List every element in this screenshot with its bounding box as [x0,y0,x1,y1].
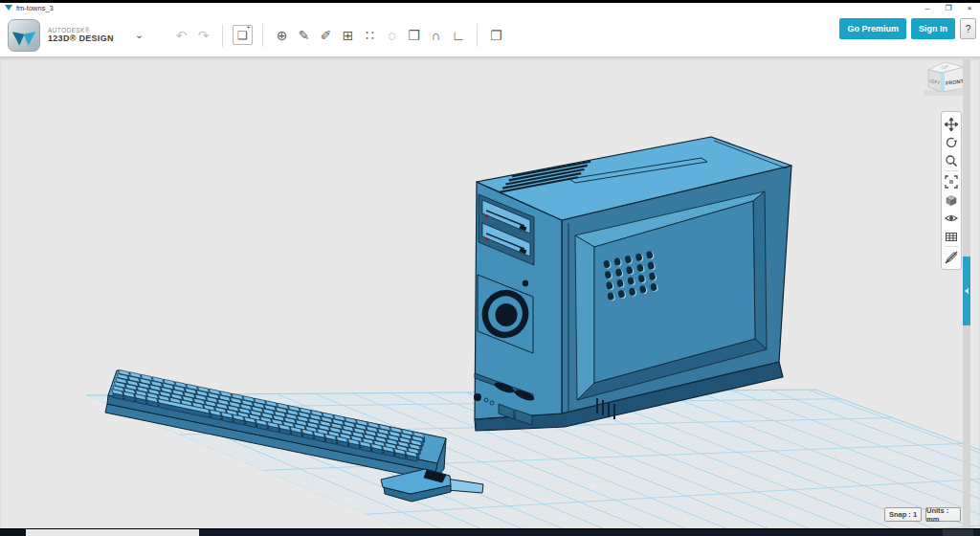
primitives-button[interactable]: ❏ + [233,25,253,45]
grouping-button[interactable]: ◌ [385,28,399,43]
hide-sketch-icon [945,251,958,264]
orbit-button[interactable] [943,133,960,151]
account-area: Go Premium Sign In ? [839,18,976,39]
scene-canvas[interactable]: FRONT LEFT TOP [0,57,980,528]
help-button[interactable]: ? [960,18,976,39]
collapsed-panel-strip [963,57,970,528]
grid-icon [945,230,958,243]
panel-drawer-handle[interactable] [963,257,970,325]
menubar: AUTODESK® 123D® DESIGN ⌄ ↶ ↷ ❏ + ⊕ ✎ ✐ ⊞… [0,13,980,57]
shading-cube-icon [945,193,958,207]
hide-sketches-button[interactable] [943,248,960,266]
snap-setting-button[interactable]: Snap : 1 [884,507,922,522]
taskbar-segment [943,529,973,536]
shading-button[interactable] [943,190,960,209]
app-logo [8,19,40,52]
taskbar-segment [26,529,199,536]
construct-button[interactable]: ✐ [319,28,333,43]
undo-button[interactable]: ↶ [174,28,189,43]
brand-company: AUTODESK® [48,27,114,34]
titlebar[interactable]: fm-towns_3 – ❐ × [0,3,980,13]
sketch-button[interactable]: ✎ [297,28,311,43]
redo-button[interactable]: ↷ [196,28,211,43]
window-controls: – ❐ × [917,3,980,13]
taskbar-segment [0,529,26,536]
app-icon [5,5,12,11]
orbit-icon [945,136,958,149]
tower-model[interactable] [474,137,791,431]
fit-icon [945,175,958,189]
go-premium-button[interactable]: Go Premium [839,18,906,39]
toolbar-separator [262,24,263,47]
nav-separator [945,246,958,247]
pattern-button[interactable]: ∷ [363,28,377,43]
main-toolbar: ↶ ↷ ❏ + ⊕ ✎ ✐ ⊞ ∷ ◌ ❒ ∩ ∟ ❐ [170,24,507,47]
zoom-icon [945,154,958,168]
3d-viewport[interactable]: FRONT LEFT TOP [0,57,980,528]
brand-product: 123D® DESIGN [48,34,114,43]
taskbar-sliver [0,528,980,536]
transform-button[interactable]: ⊕ [275,28,289,43]
close-button[interactable]: × [959,3,980,13]
keyboard-model[interactable] [105,369,446,480]
sign-in-button[interactable]: Sign In [911,18,955,39]
grid-toggle-button[interactable] [943,227,960,245]
pan-icon [945,118,958,131]
eye-icon [945,212,958,225]
minimize-button[interactable]: – [917,3,938,13]
pan-button[interactable] [943,115,960,133]
show-hide-button[interactable] [943,209,960,227]
combine-button[interactable]: ❒ [407,28,421,43]
brand-text: AUTODESK® 123D® DESIGN [48,27,114,44]
restore-button[interactable]: ❐ [938,3,959,13]
app-window: fm-towns_3 – ❐ × AUTODESK® 123D® DESIGN … [0,0,980,536]
units-setting-button[interactable]: Units : mm [925,507,961,522]
app-menu[interactable]: AUTODESK® 123D® DESIGN ⌄ [8,19,159,52]
nav-separator [945,170,958,171]
viewcube-highlight-edge [941,72,945,92]
plus-icon: + [246,23,251,32]
modify-button[interactable]: ⊞ [341,28,355,43]
toolbar-separator [222,24,223,47]
view-cube[interactable]: FRONT LEFT TOP [924,62,968,96]
window-title: fm-towns_3 [16,4,54,12]
toolbar-separator [477,24,478,47]
navigation-toolbar [941,111,962,270]
material-button[interactable]: ❐ [489,28,503,43]
fit-view-button[interactable] [943,172,960,190]
zoom-button[interactable] [943,151,960,169]
snap-button[interactable]: ∩ [429,28,443,43]
chevron-down-icon[interactable]: ⌄ [135,29,144,41]
measure-button[interactable]: ∟ [451,28,465,43]
